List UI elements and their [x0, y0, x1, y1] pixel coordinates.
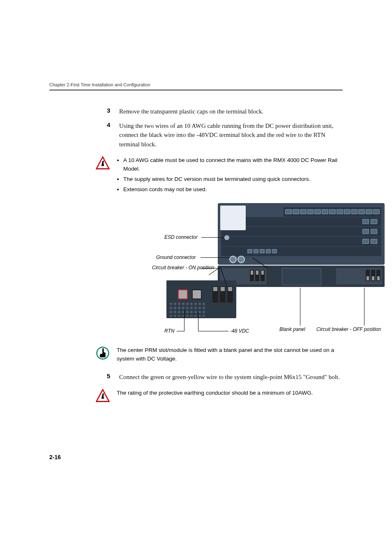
note-text: The center PRM slot/module is fitted wit…	[117, 346, 343, 363]
step-text: Using the two wires of an 10 AWG cable r…	[119, 121, 343, 149]
callout-rtn: RTN	[164, 328, 174, 334]
step-text: Connect the green or green-yellow wire t…	[119, 372, 340, 382]
warning-box-1: A 10 AWG cable must be used to connect t…	[95, 156, 343, 196]
vdc-terminal	[192, 289, 202, 299]
page-number: 2-16	[49, 454, 61, 460]
warning-icon	[96, 156, 110, 170]
warning-item: The supply wires for DC version must be …	[123, 175, 343, 184]
psu-right	[336, 268, 382, 284]
warning-item: Extension cords may not be used.	[123, 185, 343, 194]
pointing-hand-icon	[96, 346, 110, 360]
header-rule	[49, 90, 343, 90]
step-number: 3	[107, 107, 119, 116]
warning-box-2: The rating of the protective earthing co…	[95, 389, 343, 403]
step-3: 3 Remove the transparent plastic caps on…	[107, 107, 343, 116]
rear-panel-figure: ESD connector Ground connector Circuit b…	[152, 203, 385, 339]
warning-item: A 10 AWG cable must be used to connect t…	[123, 156, 343, 173]
callout-esd: ESD connector	[164, 234, 198, 240]
chassis-rear	[218, 203, 385, 265]
step-number: 4	[107, 121, 119, 149]
callout-cb-off: Circuit breaker - OFF position	[316, 326, 381, 333]
step-4: 4 Using the two wires of an 10 AWG cable…	[107, 121, 343, 149]
warning-icon	[96, 389, 110, 403]
psu-zoom	[166, 280, 236, 318]
note-box: The center PRM slot/module is fitted wit…	[95, 346, 343, 363]
callout-48vdc: -48 VDC	[230, 328, 249, 334]
warning-text: The rating of the protective earthing co…	[117, 389, 343, 398]
blank-panel	[282, 268, 321, 285]
callout-blank: Blank panel	[279, 326, 305, 332]
rtn-terminal	[178, 289, 188, 299]
running-header: Chapter 2-First Time Installation and Co…	[49, 82, 343, 87]
step-text: Remove the transparent plastic caps on t…	[119, 107, 263, 116]
callout-ground: Ground connector	[156, 254, 196, 260]
step-number: 5	[107, 372, 119, 382]
power-bay	[218, 266, 385, 287]
step-5: 5 Connect the green or green-yellow wire…	[107, 372, 343, 382]
